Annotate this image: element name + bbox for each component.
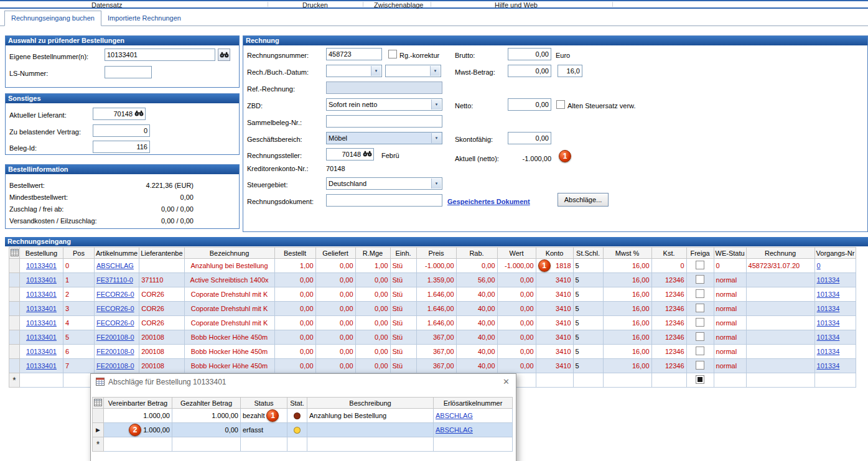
rechnungseingang-checkbox-freiga[interactable] <box>686 373 714 388</box>
rechnungseingang-col-lieferantenbe[interactable]: Lieferantenbe <box>139 248 184 259</box>
dialog-title-bar[interactable]: Abschläge für Bestellung 10133401 ✕ <box>91 374 516 389</box>
abschlaege-cell-erl-sartikelnummer[interactable]: ABSCHLAG <box>434 409 513 423</box>
abschlaege-col-beschreibung[interactable]: Beschreibung <box>307 398 434 409</box>
rechnungseingang-cell-vorgangs-nr[interactable]: 101334 <box>814 273 856 287</box>
rechnungseingang-row-selector[interactable] <box>9 316 20 330</box>
search-bestellnummer-button[interactable] <box>218 49 230 61</box>
brutto-input[interactable] <box>508 48 551 60</box>
abschlaege-row-selector[interactable]: ▶ <box>93 423 104 437</box>
rechnungseingang-col-vorgangs-nr[interactable]: Vorgangs-Nr <box>814 248 856 259</box>
rechnungseingang-cell-vorgangs-nr[interactable]: 101334 <box>814 316 856 330</box>
rechnungsnummer-input[interactable] <box>326 48 382 60</box>
rechnungseingang-cell-bestellung[interactable]: 10133401 <box>20 330 63 345</box>
rechnungseingang-col-mwst[interactable]: Mwst % <box>603 248 651 259</box>
beleg-id-input[interactable] <box>93 141 150 153</box>
rechnungseingang-checkbox-freiga[interactable] <box>686 259 714 273</box>
mwst-satz-input[interactable] <box>558 65 582 77</box>
rechnungseingang-checkbox-freiga[interactable] <box>686 330 714 345</box>
rechnungseingang-col-konto[interactable]: Konto <box>536 248 573 259</box>
abschlaege-row-selector[interactable] <box>93 409 104 423</box>
rechnungseingang-col-pos[interactable]: Pos <box>63 248 95 259</box>
abschlaege-cell-erl-sartikelnummer[interactable]: ABSCHLAG <box>434 423 513 437</box>
sammelbeleg-input[interactable] <box>326 115 442 128</box>
rechnungseingang-col-preis[interactable]: Preis <box>416 248 456 259</box>
abschlaege-col-status[interactable]: Status <box>241 398 287 409</box>
rechnungseingang-cell-artikelnumme[interactable]: FE200108-0 <box>95 330 139 345</box>
rechnungsdatum-combo[interactable]: ▼ <box>326 65 382 77</box>
rechnungseingang-row-selector[interactable] <box>9 259 20 273</box>
rechnungseingang-col-st-schl[interactable]: St.Schl. <box>573 248 603 259</box>
rechnungseingang-col-wert[interactable]: Wert <box>497 248 536 259</box>
rechnungseingang-cell-artikelnumme[interactable]: FE200108-0 <box>95 359 139 373</box>
rechnungseingang-cell-bestellung[interactable]: 10133401 <box>20 273 63 287</box>
tab-rechnungseingang-buchen[interactable]: Rechnungseingang buchen <box>4 11 101 26</box>
zbd-combo[interactable]: Sofort rein netto ▼ <box>326 98 442 111</box>
rechnungseingang-col-geliefert[interactable]: Geliefert <box>315 248 355 259</box>
rechnungseingang-cell-artikelnumme[interactable]: FECOR26-0 <box>95 287 139 302</box>
abschlaege-col-stat[interactable]: Stat. <box>287 398 307 409</box>
aktueller-lieferant-input[interactable] <box>93 108 146 120</box>
rechnungseingang-col-bestellung[interactable]: Bestellung <box>20 248 63 259</box>
rechnungseingang-col-rab[interactable]: Rab. <box>456 248 497 259</box>
rechnungseingang-checkbox-freiga[interactable] <box>686 273 714 287</box>
abschlaege-col-erl-sartikelnummer[interactable]: Erlösartikelnummer <box>434 398 513 409</box>
ls-nummer-input[interactable] <box>105 66 152 78</box>
rechnungssteller-input[interactable] <box>326 148 374 161</box>
rechnungseingang-cell-vorgangs-nr[interactable]: 101334 <box>814 302 856 316</box>
rechnungseingang-cell-vorgangs-nr[interactable]: 0 <box>814 259 856 273</box>
tab-importierte-rechnungen[interactable]: Importierte Rechnungen <box>101 11 187 26</box>
rechnungseingang-checkbox-freiga[interactable] <box>686 359 714 373</box>
gespeichertes-dokument-link[interactable]: Gespeichertes Dokument <box>447 198 530 205</box>
rechnungseingang-cell-artikelnumme[interactable]: FECOR26-0 <box>95 316 139 330</box>
rechnungseingang-col-r-mge[interactable]: R.Mge <box>355 248 390 259</box>
rechnungseingang-row-selector[interactable] <box>9 359 20 373</box>
rechnungseingang-col-artikelnumme[interactable]: Artikelnumme <box>95 248 139 259</box>
rechnungseingang-col-freiga[interactable]: Freiga <box>686 248 714 259</box>
rechnungseingang-cell-bestellung[interactable]: 10133401 <box>20 316 63 330</box>
rg-korrektur-checkbox[interactable] <box>388 50 397 58</box>
rechnungseingang-checkbox-freiga[interactable] <box>686 302 714 316</box>
rechnungseingang-cell-artikelnumme[interactable]: FECOR26-0 <box>95 302 139 316</box>
rechnungseingang-cell-bestellung[interactable]: 10133401 <box>20 359 63 373</box>
alten-steuersatz-checkbox[interactable] <box>556 100 565 109</box>
skontofaehig-input[interactable] <box>508 132 551 144</box>
rechnungseingang-col-we-statu[interactable]: WE-Statu <box>714 248 746 259</box>
rechnungseingang-row-selector[interactable]: * <box>9 373 20 388</box>
netto-input[interactable] <box>508 98 551 111</box>
rechnungseingang-cell-bestellung[interactable]: 10133401 <box>20 345 63 359</box>
buchungsdatum-combo[interactable]: ▼ <box>385 65 441 77</box>
rechnungseingang-col-bezeichnung[interactable]: Bezeichnung <box>184 248 274 259</box>
rechnungseingang-col-rechnung[interactable]: Rechnung <box>746 248 814 259</box>
abschlaege-button[interactable]: Abschläge... <box>558 193 609 207</box>
rechnungsdokument-input[interactable] <box>326 194 442 207</box>
geschaeftsbereich-combo[interactable]: Möbel ▼ <box>326 132 442 144</box>
close-icon[interactable]: ✕ <box>503 377 510 386</box>
abschlaege-col-vereinbarter-betrag[interactable]: Vereinbarter Betrag <box>104 398 172 409</box>
mwst-betrag-input[interactable] <box>508 65 551 77</box>
rechnungseingang-cell-vorgangs-nr[interactable]: 101334 <box>814 287 856 302</box>
rechnungseingang-cell-artikelnumme[interactable]: FE371110-0 <box>95 273 139 287</box>
abschlaege-col-selector[interactable] <box>93 398 104 409</box>
rechnungseingang-col-bestellt[interactable]: Bestellt <box>274 248 315 259</box>
rechnungseingang-col-selector[interactable] <box>9 248 20 259</box>
rechnungseingang-row-selector[interactable] <box>9 345 20 359</box>
rechnungseingang-cell-artikelnumme[interactable]: FE200108-0 <box>95 345 139 359</box>
rechnungseingang-cell-artikelnumme[interactable]: ABSCHLAG <box>95 259 139 273</box>
abschlaege-col-gezahlter-betrag[interactable]: Gezahlter Betrag <box>172 398 241 409</box>
rechnungseingang-cell-vorgangs-nr[interactable]: 101334 <box>814 359 856 373</box>
rechnungseingang-cell-bestellung[interactable]: 10133401 <box>20 287 63 302</box>
abschlaege-row-selector[interactable]: * <box>93 437 104 452</box>
rechnungseingang-cell-vorgangs-nr[interactable]: 101334 <box>814 330 856 345</box>
rechnungseingang-col-einh[interactable]: Einh. <box>390 248 416 259</box>
rechnungseingang-cell-bestellung[interactable]: 10133401 <box>20 302 63 316</box>
steuergebiet-combo[interactable]: Deutschland ▼ <box>326 177 442 190</box>
rechnungseingang-col-kst[interactable]: Kst. <box>651 248 686 259</box>
rechnungseingang-checkbox-freiga[interactable] <box>686 316 714 330</box>
rechnungseingang-row-selector[interactable] <box>9 287 20 302</box>
rechnungseingang-checkbox-freiga[interactable] <box>686 345 714 359</box>
eigene-bestellnummer-input[interactable] <box>105 49 215 61</box>
zu-belastender-vertrag-input[interactable] <box>93 124 150 137</box>
rechnungseingang-row-selector[interactable] <box>9 273 20 287</box>
rechnungseingang-checkbox-freiga[interactable] <box>686 287 714 302</box>
rechnungseingang-cell-vorgangs-nr[interactable]: 101334 <box>814 345 856 359</box>
